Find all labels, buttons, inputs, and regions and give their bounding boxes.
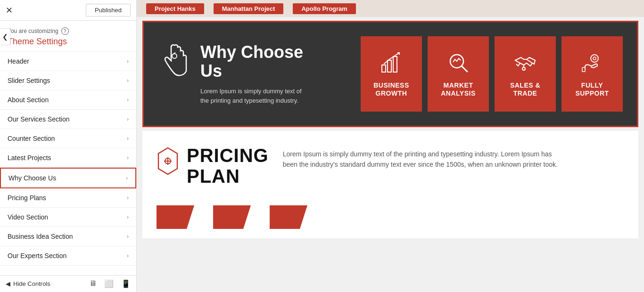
svg-line-5 bbox=[462, 66, 467, 72]
card-label-market-analysis: MARKETANALYSIS bbox=[441, 81, 476, 97]
help-icon[interactable]: ? bbox=[61, 27, 69, 35]
nav-arrow-icon: › bbox=[127, 195, 129, 201]
sidebar-item-why-choose-us[interactable]: Why Choose Us› bbox=[0, 168, 136, 188]
nav-item-label: Latest Projects bbox=[8, 154, 51, 162]
why-card-sales-trade: SALES &TRADE bbox=[495, 36, 556, 112]
sidebar-item-header[interactable]: Header› bbox=[0, 52, 136, 71]
plan-button-3 bbox=[270, 205, 307, 229]
nav-arrow-icon: › bbox=[127, 58, 129, 65]
sidebar-item-our-services-section[interactable]: Our Services Section› bbox=[0, 110, 136, 129]
chevron-left-icon: ◀ bbox=[6, 280, 10, 287]
nav-item-label: Header bbox=[8, 57, 29, 65]
nav-item-label: Our Services Section bbox=[8, 115, 70, 123]
nav-item-label: Counter Section bbox=[8, 135, 55, 142]
svg-rect-2 bbox=[388, 60, 391, 72]
nav-arrow-icon: › bbox=[127, 97, 129, 103]
customizing-text: You are customizing bbox=[8, 28, 58, 34]
why-desc: Lorem Ipsum is simply dummy text of the … bbox=[200, 87, 309, 105]
sidebar-item-slider-settings[interactable]: Slider Settings› bbox=[0, 71, 136, 90]
nav-arrow-icon: › bbox=[126, 175, 128, 181]
bottom-section bbox=[142, 201, 638, 238]
back-button[interactable]: ❮ bbox=[0, 28, 10, 45]
hide-controls-label: Hide Controls bbox=[13, 280, 50, 287]
nav-arrow-icon: › bbox=[127, 135, 129, 142]
sidebar-item-our-experts-section[interactable]: Our Experts Section› bbox=[0, 246, 136, 266]
hand-icon bbox=[158, 43, 191, 82]
why-text: Why Choose Us Lorem Ipsum is simply dumm… bbox=[200, 43, 309, 105]
sidebar-item-about-section[interactable]: About Section› bbox=[0, 90, 136, 110]
mobile-icon[interactable]: 📱 bbox=[121, 279, 131, 288]
why-left-content: Why Choose Us Lorem Ipsum is simply dumm… bbox=[158, 43, 309, 105]
sidebar-item-business-idea-section[interactable]: Business Idea Section› bbox=[0, 227, 136, 246]
top-tag: Project Hanks bbox=[146, 3, 204, 14]
why-card-fully-support: FULLYSUPPORT bbox=[561, 36, 623, 112]
card-icon-fully-support bbox=[580, 51, 604, 77]
sidebar-header: You are customizing ? Theme Settings bbox=[0, 21, 136, 52]
close-button[interactable]: ✕ bbox=[6, 6, 13, 15]
footer-icons: 🖥 ⬜ 📱 bbox=[89, 279, 131, 288]
plan-button-2 bbox=[213, 205, 251, 229]
sidebar: ✕ Published You are customizing ? Theme … bbox=[0, 0, 137, 292]
theme-settings-title: Theme Settings bbox=[8, 37, 129, 47]
sidebar-top-bar: ✕ Published bbox=[0, 0, 136, 21]
nav-arrow-icon: › bbox=[127, 252, 129, 259]
why-choose-section: Why Choose Us Lorem Ipsum is simply dumm… bbox=[142, 21, 638, 127]
sidebar-item-pricing-plans[interactable]: Pricing Plans› bbox=[0, 188, 136, 208]
card-icon-sales-trade bbox=[513, 51, 537, 77]
nav-item-label: Video Section bbox=[8, 213, 48, 221]
why-title: Why Choose Us bbox=[200, 43, 309, 80]
published-button[interactable]: Published bbox=[86, 4, 131, 16]
top-strip: Project HanksManhattan ProjectApollo Pro… bbox=[137, 0, 644, 17]
main-content: Project HanksManhattan ProjectApollo Pro… bbox=[137, 0, 644, 292]
card-label-business-growth: BUSINESSGROWTH bbox=[373, 81, 409, 97]
sidebar-footer: ◀ Hide Controls 🖥 ⬜ 📱 bbox=[0, 275, 136, 292]
customizing-label: You are customizing ? bbox=[8, 27, 129, 35]
card-label-sales-trade: SALES &TRADE bbox=[510, 81, 540, 97]
card-icon-market-analysis bbox=[446, 51, 470, 77]
svg-point-8 bbox=[591, 55, 598, 62]
hide-controls-button[interactable]: ◀ Hide Controls bbox=[6, 280, 50, 287]
tablet-icon[interactable]: ⬜ bbox=[104, 279, 114, 288]
svg-point-9 bbox=[593, 57, 596, 60]
nav-item-label: Slider Settings bbox=[8, 77, 50, 84]
nav-arrow-icon: › bbox=[127, 154, 129, 161]
pricing-tag-icon bbox=[157, 147, 179, 179]
why-cards: BUSINESSGROWTH MARKETANALYSIS SALES &TRA… bbox=[323, 36, 623, 112]
svg-rect-3 bbox=[393, 57, 397, 72]
sidebar-item-video-section[interactable]: Video Section› bbox=[0, 208, 136, 227]
nav-arrow-icon: › bbox=[127, 233, 129, 240]
sidebar-item-latest-projects[interactable]: Latest Projects› bbox=[0, 148, 136, 168]
nav-item-label: Business Idea Section bbox=[8, 233, 73, 240]
nav-arrow-icon: › bbox=[127, 77, 129, 84]
card-label-fully-support: FULLYSUPPORT bbox=[575, 81, 609, 97]
pricing-title: PRICINGPLAN bbox=[187, 145, 269, 187]
plan-button-1 bbox=[157, 205, 194, 229]
desktop-icon[interactable]: 🖥 bbox=[89, 279, 97, 288]
why-card-market-analysis: MARKETANALYSIS bbox=[428, 36, 489, 112]
svg-point-6 bbox=[522, 67, 525, 70]
svg-rect-1 bbox=[382, 65, 386, 72]
card-icon-business-growth bbox=[380, 51, 403, 77]
sidebar-item-counter-section[interactable]: Counter Section› bbox=[0, 129, 136, 148]
top-tag: Apollo Program bbox=[293, 3, 356, 14]
top-tag: Manhattan Project bbox=[214, 3, 284, 14]
nav-item-label: About Section bbox=[8, 96, 49, 104]
nav-item-label: Pricing Plans bbox=[8, 194, 46, 202]
nav-arrow-icon: › bbox=[127, 214, 129, 220]
pricing-description: Lorem Ipsum is simply dummy text of the … bbox=[283, 145, 566, 170]
pricing-left: PRICINGPLAN bbox=[157, 145, 269, 187]
why-card-business-growth: BUSINESSGROWTH bbox=[361, 36, 422, 112]
pricing-section: PRICINGPLAN Lorem Ipsum is simply dummy … bbox=[142, 131, 638, 201]
nav-item-label: Why Choose Us bbox=[8, 174, 56, 182]
sidebar-nav: Header›Slider Settings›About Section›Our… bbox=[0, 52, 136, 275]
nav-arrow-icon: › bbox=[127, 116, 129, 122]
nav-item-label: Our Experts Section bbox=[8, 252, 66, 260]
